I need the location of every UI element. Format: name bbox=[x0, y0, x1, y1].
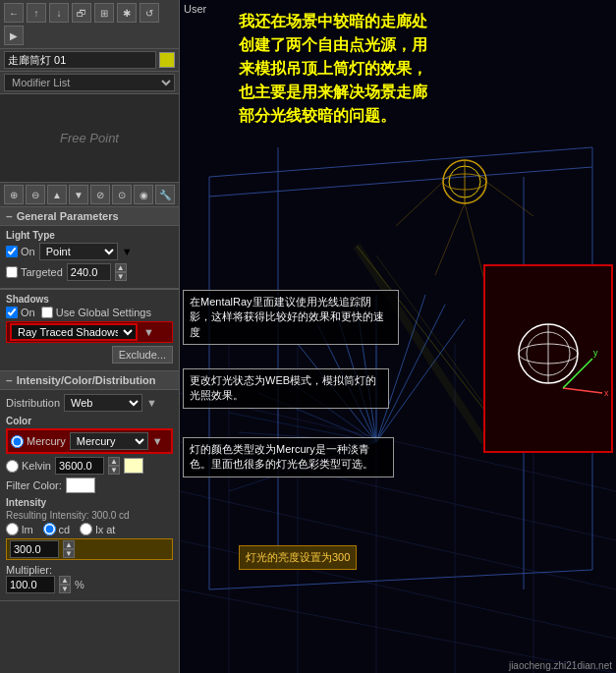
shadows-on-checkbox[interactable] bbox=[6, 307, 18, 318]
intensity-section-header[interactable]: – Intensity/Color/Distribution bbox=[0, 371, 179, 390]
percent-label: % bbox=[75, 579, 84, 590]
multiplier-up[interactable]: ▲ bbox=[59, 576, 71, 585]
filter-color-row: Filter Color: bbox=[6, 477, 173, 493]
lm-radio[interactable] bbox=[6, 523, 19, 535]
ray-traced-row: Ray Traced Shadows ▼ bbox=[6, 321, 173, 343]
multiplier-input[interactable] bbox=[6, 576, 55, 593]
resulting-intensity-line: Resulting Intensity: 300.0 cd bbox=[6, 510, 173, 521]
lm-radio-label: lm bbox=[6, 523, 33, 535]
annotation-mercury: 灯的颜色类型改为Mercury是一种淡青色。里面也很多的灯光色彩类型可选。 bbox=[183, 437, 394, 477]
mercury-select[interactable]: Mercury bbox=[70, 432, 148, 450]
watermark: jiaocheng.zhi21dian.net bbox=[509, 660, 612, 671]
use-global-label: Use Global Settings bbox=[41, 307, 151, 318]
multiplier-spinner[interactable]: ▲ ▼ bbox=[59, 576, 71, 593]
mercury-radio[interactable] bbox=[11, 435, 24, 448]
use-global-text: Use Global Settings bbox=[56, 307, 151, 318]
small-tb-btn-1[interactable]: ⊕ bbox=[4, 185, 24, 204]
distribution-select[interactable]: Web bbox=[64, 394, 142, 412]
toolbar-btn-2[interactable]: ↑ bbox=[27, 3, 46, 23]
ray-traced-select[interactable]: Ray Traced Shadows bbox=[10, 323, 138, 341]
light-type-select[interactable]: Point bbox=[39, 243, 118, 260]
intensity-label: Intensity/Color/Distribution bbox=[17, 374, 156, 386]
kelvin-radio[interactable] bbox=[6, 460, 19, 473]
annotation-brightness: 灯光的亮度设置为300 bbox=[239, 545, 357, 570]
viewport-bg: User bbox=[180, 0, 616, 673]
targeted-checkbox[interactable] bbox=[6, 266, 18, 278]
left-panel: ← ↑ ↓ 🗗 ⊞ ✱ ↺ ▶ Modifier List Free Point… bbox=[0, 0, 180, 673]
object-name-input[interactable] bbox=[4, 51, 156, 69]
targeted-row: Targeted ▲ ▼ bbox=[6, 263, 173, 281]
kelvin-radio-label: Kelvin bbox=[6, 460, 51, 473]
shadows-on-text: On bbox=[21, 307, 35, 318]
ann3-text: 灯的颜色类型改为Mercury是一种淡青色。里面也很多的灯光色彩类型可选。 bbox=[190, 443, 373, 470]
modifier-list-row: Modifier List bbox=[0, 72, 179, 94]
color-swatch[interactable] bbox=[159, 52, 175, 68]
small-tb-btn-6[interactable]: ⊙ bbox=[112, 185, 132, 204]
filter-color-swatch[interactable] bbox=[66, 477, 95, 493]
chinese-text-overlay: 我还在场景中较暗的走廊处创建了两个自由点光源，用来模拟吊顶上筒灯的效果，也主要是… bbox=[239, 10, 427, 128]
toolbar-btn-6[interactable]: ✱ bbox=[117, 3, 137, 23]
exclude-button[interactable]: Exclude... bbox=[112, 346, 173, 364]
kelvin-down[interactable]: ▼ bbox=[108, 466, 120, 475]
toolbar-btn-5[interactable]: ⊞ bbox=[94, 3, 114, 23]
svg-text:y: y bbox=[593, 348, 598, 358]
kelvin-spinner[interactable]: ▲ ▼ bbox=[108, 457, 120, 475]
targeted-value-input[interactable] bbox=[67, 263, 111, 281]
resulting-label: Resulting Intensity: bbox=[6, 510, 89, 521]
intensity-sub-label: Intensity bbox=[6, 497, 173, 508]
lx-at-radio-label: lx at bbox=[80, 523, 115, 535]
collapse-icon: – bbox=[6, 209, 13, 223]
small-tb-btn-2[interactable]: ⊖ bbox=[26, 185, 45, 204]
kelvin-input[interactable] bbox=[55, 457, 104, 475]
shadows-label: Shadows bbox=[6, 294, 173, 305]
top-toolbar: ← ↑ ↓ 🗗 ⊞ ✱ ↺ ▶ bbox=[0, 0, 179, 49]
small-tb-btn-7[interactable]: ◉ bbox=[134, 185, 153, 204]
intensity-up[interactable]: ▲ bbox=[63, 540, 75, 549]
mercury-radio-label: Mercury bbox=[11, 435, 66, 448]
targeted-spinner-up[interactable]: ▲ bbox=[115, 263, 127, 272]
multiplier-value-row: ▲ ▼ % bbox=[6, 576, 173, 593]
lm-label: lm bbox=[22, 524, 33, 535]
targeted-spinner-down[interactable]: ▼ bbox=[115, 272, 127, 281]
free-paint-area: Free Point bbox=[0, 94, 179, 183]
name-field-row bbox=[0, 49, 179, 72]
light-type-section-label: Light Type bbox=[6, 230, 173, 241]
mercury-label: Mercury bbox=[27, 435, 66, 447]
lx-at-radio[interactable] bbox=[80, 523, 92, 535]
kelvin-color-preview bbox=[124, 458, 143, 474]
toolbar-btn-1[interactable]: ← bbox=[4, 3, 24, 23]
shadows-on-row: On Use Global Settings bbox=[6, 307, 173, 318]
watermark-text: jiaocheng.zhi21dian.net bbox=[509, 660, 612, 671]
svg-text:x: x bbox=[604, 388, 609, 398]
intensity-spinner[interactable]: ▲ ▼ bbox=[63, 540, 75, 558]
small-tb-btn-4[interactable]: ▼ bbox=[69, 185, 88, 204]
general-params-header[interactable]: – General Parameters bbox=[0, 207, 179, 226]
kelvin-row: Kelvin ▲ ▼ bbox=[6, 457, 173, 475]
toolbar-btn-3[interactable]: ↓ bbox=[49, 3, 69, 23]
distribution-row: Distribution Web ▼ bbox=[6, 394, 173, 412]
ann1-text: 在MentalRay里面建议使用光线追踪阴影，这样将获得比较好的效果和更快的速度 bbox=[190, 296, 384, 338]
on-checkbox-label: On bbox=[6, 246, 35, 257]
mercury-row: Mercury Mercury ▼ bbox=[6, 428, 173, 454]
toolbar-btn-7[interactable]: ↺ bbox=[140, 3, 159, 23]
intensity-down[interactable]: ▼ bbox=[63, 549, 75, 558]
small-tb-btn-8[interactable]: 🔧 bbox=[155, 185, 175, 204]
cd-radio[interactable] bbox=[43, 523, 56, 535]
targeted-spinner[interactable]: ▲ ▼ bbox=[115, 263, 127, 281]
ann4-text: 灯光的亮度设置为300 bbox=[246, 551, 350, 563]
targeted-checkbox-label: Targeted bbox=[6, 266, 63, 278]
intensity-value-input[interactable] bbox=[10, 540, 59, 558]
kelvin-up[interactable]: ▲ bbox=[108, 457, 120, 466]
general-params-body: Light Type On Point ▼ Targeted ▲ ▼ bbox=[0, 226, 179, 289]
multiplier-down[interactable]: ▼ bbox=[59, 585, 71, 593]
toolbar-btn-8[interactable]: ▶ bbox=[4, 26, 24, 45]
free-paint-label: Free Point bbox=[60, 131, 119, 145]
on-checkbox[interactable] bbox=[6, 246, 18, 257]
use-global-checkbox[interactable] bbox=[41, 307, 53, 318]
toolbar-btn-4[interactable]: 🗗 bbox=[72, 3, 91, 23]
right-panel: User bbox=[180, 0, 616, 673]
small-tb-btn-3[interactable]: ▲ bbox=[47, 185, 67, 204]
annotation-web-mode: 更改灯光状态为WEB模式，模拟筒灯的光照效果。 bbox=[183, 368, 389, 409]
small-tb-btn-5[interactable]: ⊘ bbox=[90, 185, 110, 204]
modifier-list-select[interactable]: Modifier List bbox=[4, 74, 175, 91]
